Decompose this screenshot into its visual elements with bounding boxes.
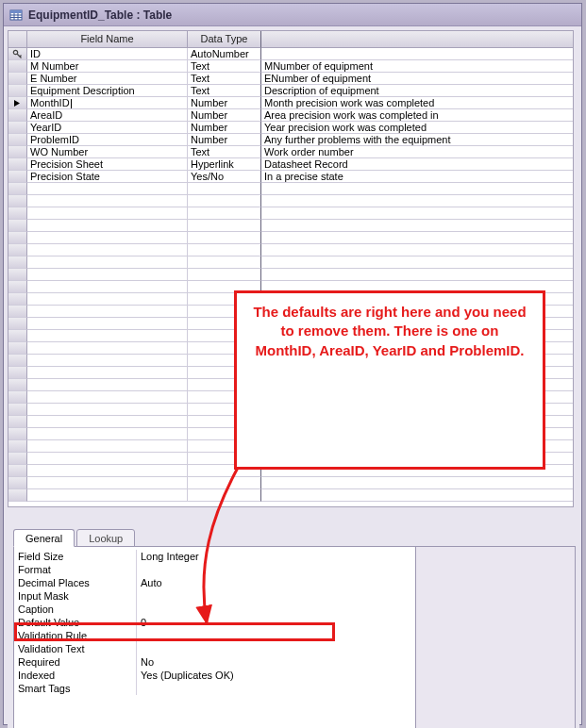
table-row[interactable]: IDAutoNumber: [8, 48, 573, 60]
property-value[interactable]: [137, 629, 415, 642]
field-name-cell[interactable]: Precision Sheet: [27, 158, 188, 171]
data-type-cell[interactable]: [188, 195, 261, 207]
table-row[interactable]: MonthIDNumberMonth precision work was co…: [8, 97, 573, 109]
row-selector[interactable]: [8, 60, 27, 73]
table-row[interactable]: Precision SheetHyperlinkDatasheet Record: [8, 158, 573, 171]
description-cell[interactable]: MNumber of equipment: [261, 60, 573, 73]
row-selector[interactable]: [8, 355, 27, 367]
field-name-cell[interactable]: [27, 416, 188, 428]
row-selector[interactable]: [8, 416, 27, 428]
field-name-cell[interactable]: [27, 330, 188, 342]
row-selector[interactable]: [8, 207, 27, 220]
field-name-cell[interactable]: ProblemID: [27, 134, 188, 146]
data-type-cell[interactable]: Text: [188, 73, 261, 85]
row-selector[interactable]: [8, 158, 27, 171]
row-selector[interactable]: [8, 428, 27, 440]
data-type-cell[interactable]: AutoNumber: [188, 48, 261, 60]
row-selector[interactable]: [8, 379, 27, 391]
row-selector[interactable]: [8, 477, 27, 489]
row-selector[interactable]: [8, 453, 27, 465]
property-value[interactable]: [137, 682, 415, 695]
table-row[interactable]: [8, 256, 573, 269]
table-row[interactable]: Precision StateYes/NoIn a precise state: [8, 171, 573, 183]
row-selector[interactable]: [8, 97, 27, 109]
row-selector[interactable]: [8, 306, 27, 318]
description-cell[interactable]: ENumber of equipment: [261, 73, 573, 85]
row-selector[interactable]: [8, 220, 27, 232]
row-selector[interactable]: [8, 465, 27, 477]
field-name-cell[interactable]: [27, 318, 188, 330]
row-selector[interactable]: [8, 122, 27, 134]
property-row[interactable]: Field SizeLong Integer: [14, 550, 415, 563]
row-selector[interactable]: [8, 244, 27, 256]
property-row[interactable]: Decimal PlacesAuto: [14, 576, 415, 589]
data-type-cell[interactable]: Hyperlink: [188, 158, 261, 171]
row-selector[interactable]: [8, 404, 27, 416]
property-row[interactable]: IndexedYes (Duplicates OK): [14, 669, 415, 682]
field-name-cell[interactable]: [27, 440, 188, 453]
description-cell[interactable]: [261, 183, 573, 195]
row-selector[interactable]: [8, 318, 27, 330]
description-cell[interactable]: [261, 207, 573, 220]
description-cell[interactable]: [261, 256, 573, 269]
row-selector[interactable]: [8, 146, 27, 158]
row-selector[interactable]: [8, 183, 27, 195]
property-row[interactable]: Validation Rule: [14, 629, 415, 642]
row-selector[interactable]: [8, 171, 27, 183]
field-name-cell[interactable]: [27, 379, 188, 391]
row-selector[interactable]: [8, 330, 27, 342]
table-row[interactable]: WO NumberTextWork order number: [8, 146, 573, 158]
row-selector[interactable]: [8, 281, 27, 293]
table-row[interactable]: [8, 220, 573, 232]
description-cell[interactable]: Description of equipment: [261, 85, 573, 97]
description-cell[interactable]: [261, 489, 573, 502]
table-row[interactable]: [8, 183, 573, 195]
field-name-cell[interactable]: [27, 244, 188, 256]
data-type-cell[interactable]: [188, 256, 261, 269]
row-selector[interactable]: [8, 367, 27, 379]
description-cell[interactable]: Work order number: [261, 146, 573, 158]
description-cell[interactable]: [261, 220, 573, 232]
property-row[interactable]: Default Value0: [14, 616, 415, 629]
data-type-cell[interactable]: Text: [188, 146, 261, 158]
table-row[interactable]: [8, 232, 573, 244]
field-name-cell[interactable]: [27, 489, 188, 502]
table-row[interactable]: Equipment DescriptionTextDescription of …: [8, 85, 573, 97]
data-type-cell[interactable]: Number: [188, 134, 261, 146]
table-row[interactable]: ProblemIDNumberAny further problems with…: [8, 134, 573, 146]
property-row[interactable]: Format: [14, 563, 415, 576]
description-cell[interactable]: [261, 477, 573, 489]
field-name-cell[interactable]: [27, 404, 188, 416]
row-selector[interactable]: [8, 489, 27, 502]
property-value[interactable]: Long Integer: [137, 550, 415, 563]
field-name-cell[interactable]: [27, 183, 188, 195]
description-cell[interactable]: [261, 195, 573, 207]
property-value[interactable]: [137, 642, 415, 655]
data-type-header[interactable]: Data Type: [188, 31, 261, 48]
property-row[interactable]: Smart Tags: [14, 682, 415, 695]
data-type-cell[interactable]: [188, 232, 261, 244]
field-name-cell[interactable]: [27, 207, 188, 220]
field-name-cell[interactable]: [27, 281, 188, 293]
field-name-cell[interactable]: [27, 367, 188, 379]
description-cell[interactable]: Any further problems with the equipment: [261, 134, 573, 146]
table-row[interactable]: M NumberTextMNumber of equipment: [8, 60, 573, 73]
field-name-cell[interactable]: [27, 453, 188, 465]
tab-lookup[interactable]: Lookup: [76, 529, 135, 547]
row-selector[interactable]: [8, 85, 27, 97]
row-selector[interactable]: [8, 391, 27, 404]
data-type-cell[interactable]: [188, 477, 261, 489]
description-cell[interactable]: [261, 232, 573, 244]
field-name-cell[interactable]: [27, 355, 188, 367]
field-name-cell[interactable]: Precision State: [27, 171, 188, 183]
table-row[interactable]: [8, 244, 573, 256]
description-cell[interactable]: Year precision work was completed: [261, 122, 573, 134]
table-row[interactable]: [8, 489, 573, 502]
field-name-cell[interactable]: [27, 428, 188, 440]
field-name-cell[interactable]: M Number: [27, 60, 188, 73]
data-type-cell[interactable]: Text: [188, 60, 261, 73]
description-cell[interactable]: [261, 48, 573, 60]
description-cell[interactable]: In a precise state: [261, 171, 573, 183]
field-name-cell[interactable]: Equipment Description: [27, 85, 188, 97]
property-value[interactable]: 0: [137, 616, 415, 629]
